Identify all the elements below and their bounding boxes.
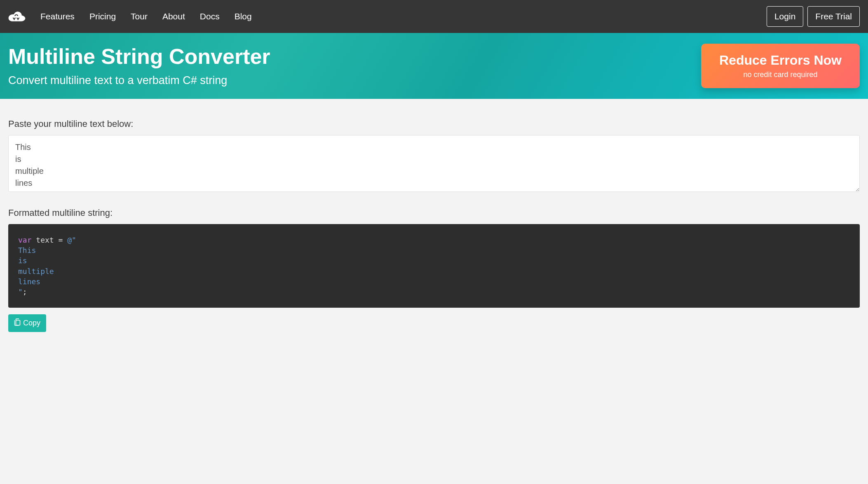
cta-subtext: no credit card required (719, 70, 842, 79)
nav-link-tour[interactable]: Tour (131, 12, 148, 21)
logo-icon[interactable] (8, 9, 26, 23)
code-assign: = (54, 236, 68, 244)
cta-button[interactable]: Reduce Errors Now no credit card require… (701, 44, 860, 88)
cta-headline: Reduce Errors Now (719, 53, 842, 68)
input-label: Paste your multiline text below: (8, 119, 860, 129)
input-section: Paste your multiline text below: (8, 119, 860, 194)
code-string: @" This is multiple lines " (18, 236, 76, 296)
output-section: Formatted multiline string: var text = @… (8, 208, 860, 332)
free-trial-button[interactable]: Free Trial (807, 6, 860, 27)
nav-link-pricing[interactable]: Pricing (89, 12, 116, 21)
nav-link-docs[interactable]: Docs (200, 12, 220, 21)
code-semicolon: ; (23, 288, 27, 296)
copy-button-label: Copy (23, 319, 40, 327)
page-title: Multiline String Converter (8, 45, 270, 68)
multiline-input[interactable] (8, 135, 860, 192)
main: Paste your multiline text below: Formatt… (0, 99, 868, 348)
svg-rect-0 (16, 320, 20, 325)
nav-link-blog[interactable]: Blog (235, 12, 252, 21)
nav-buttons: Login Free Trial (767, 6, 860, 27)
code-keyword: var (18, 236, 32, 244)
copy-button[interactable]: Copy (8, 314, 46, 332)
login-button[interactable]: Login (767, 6, 803, 27)
hero: Multiline String Converter Convert multi… (0, 33, 868, 99)
page-subtitle: Convert multiline text to a verbatim C# … (8, 74, 270, 87)
nav-link-about[interactable]: About (162, 12, 185, 21)
output-code[interactable]: var text = @" This is multiple lines "; (8, 224, 860, 308)
hero-text: Multiline String Converter Convert multi… (8, 45, 270, 87)
nav-links: Features Pricing Tour About Docs Blog (40, 12, 752, 21)
output-label: Formatted multiline string: (8, 208, 860, 218)
copy-bar: Copy (8, 314, 860, 332)
top-nav: Features Pricing Tour About Docs Blog Lo… (0, 0, 868, 33)
copy-icon (14, 318, 21, 328)
code-varname: text (36, 236, 54, 244)
nav-link-features[interactable]: Features (40, 12, 75, 21)
